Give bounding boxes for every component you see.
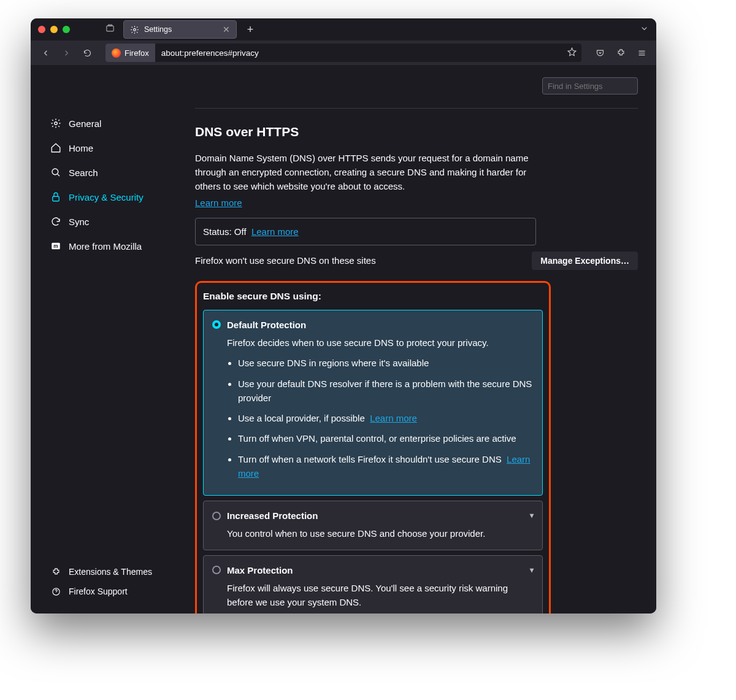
sidebar-item-label: Firefox Support — [69, 587, 128, 596]
lock-icon — [50, 191, 61, 202]
learn-more-link[interactable]: Learn more — [195, 198, 242, 208]
url-bar[interactable]: Firefox about:preferences#privacy — [105, 44, 581, 62]
radio-selected-icon — [212, 320, 221, 329]
mozilla-icon: m — [50, 240, 61, 252]
option-desc: Firefox will always use secure DNS. You'… — [227, 581, 534, 610]
sidebar-item-sync[interactable]: Sync — [50, 209, 190, 234]
svg-point-4 — [52, 169, 58, 175]
firefox-icon — [112, 48, 121, 58]
sidebar-item-label: Search — [69, 167, 98, 178]
svg-point-3 — [55, 122, 58, 125]
url-text: about:preferences#privacy — [155, 48, 265, 58]
option-bullets: Use secure DNS in regions where it's ava… — [238, 356, 534, 480]
window-controls — [38, 26, 70, 33]
settings-sidebar: General Home Search Privacy & Security S… — [31, 65, 190, 613]
status-learn-more-link[interactable]: Learn more — [251, 226, 299, 237]
reload-button[interactable] — [79, 44, 96, 61]
settings-main: DNS over HTTPS Domain Name System (DNS) … — [190, 65, 656, 613]
section-description: Domain Name System (DNS) over HTTPS send… — [195, 151, 539, 194]
identity-label: Firefox — [125, 48, 149, 58]
browser-window: Settings ✕ + Firefox about:preferences#p… — [31, 18, 656, 613]
option-title: Max Protection — [227, 563, 293, 577]
option-bullet: Turn off when VPN, parental control, or … — [238, 431, 534, 445]
gear-icon — [50, 118, 61, 129]
sidebar-item-label: General — [69, 118, 101, 129]
gear-icon — [130, 25, 139, 34]
sidebar-item-search[interactable]: Search — [50, 160, 190, 185]
browser-tab[interactable]: Settings ✕ — [123, 20, 237, 39]
sidebar-item-mozilla[interactable]: m More from Mozilla — [50, 234, 190, 258]
enable-dns-title: Enable secure DNS using: — [203, 289, 543, 304]
dns-option-max[interactable]: Max Protection ▾ Firefox will always use… — [203, 555, 543, 613]
manage-exceptions-button[interactable]: Manage Exceptions… — [532, 252, 638, 270]
option-bullet: Use a local provider, if possible Learn … — [238, 411, 534, 425]
radio-icon — [212, 566, 221, 574]
list-all-tabs-button[interactable] — [640, 24, 649, 36]
tab-title: Settings — [144, 25, 172, 34]
new-tab-button[interactable]: + — [242, 23, 259, 36]
sidebar-item-label: Privacy & Security — [69, 192, 144, 202]
enable-dns-panel: Enable secure DNS using: Default Protect… — [195, 281, 551, 613]
radio-icon — [212, 512, 221, 520]
sidebar-item-label: Home — [69, 143, 93, 153]
option-title: Increased Protection — [227, 509, 318, 523]
sidebar-item-privacy[interactable]: Privacy & Security — [50, 185, 190, 209]
chevron-down-icon: ▾ — [530, 564, 534, 576]
option-desc: You control when to use secure DNS and c… — [227, 526, 534, 540]
option-title: Default Protection — [227, 318, 306, 332]
svg-text:m: m — [53, 244, 58, 249]
minimize-window-button[interactable] — [50, 26, 58, 33]
home-icon — [50, 142, 61, 153]
dns-option-increased[interactable]: Increased Protection ▾ You control when … — [203, 501, 543, 550]
tab-overview-icon[interactable] — [105, 24, 115, 36]
extensions-button[interactable] — [612, 44, 629, 61]
close-tab-button[interactable]: ✕ — [223, 25, 230, 34]
option-bullet: Turn off when a network tells Firefox it… — [238, 452, 534, 481]
sidebar-item-general[interactable]: General — [50, 111, 190, 136]
dns-status-box: Status: Off Learn more — [195, 218, 536, 245]
svg-rect-1 — [108, 25, 112, 26]
sidebar-extensions-link[interactable]: Extensions & Themes — [50, 562, 190, 582]
dns-option-default[interactable]: Default Protection Firefox decides when … — [203, 310, 543, 496]
option-bullet: Use your default DNS resolver if there i… — [238, 377, 534, 406]
sidebar-support-link[interactable]: Firefox Support — [50, 582, 190, 601]
zoom-window-button[interactable] — [63, 26, 70, 33]
sidebar-item-label: Extensions & Themes — [69, 567, 152, 577]
close-window-button[interactable] — [38, 26, 45, 33]
option-desc: Firefox decides when to use secure DNS t… — [227, 336, 534, 350]
nav-toolbar: Firefox about:preferences#privacy — [31, 40, 656, 65]
svg-rect-0 — [107, 26, 113, 31]
svg-rect-5 — [53, 196, 59, 201]
pocket-button[interactable] — [591, 44, 608, 61]
back-button[interactable] — [37, 44, 54, 61]
forward-button[interactable] — [58, 44, 75, 61]
chevron-down-icon: ▾ — [530, 510, 534, 521]
learn-more-link[interactable]: Learn more — [370, 413, 417, 423]
identity-box[interactable]: Firefox — [105, 44, 155, 62]
puzzle-icon — [50, 566, 61, 577]
titlebar: Settings ✕ + — [31, 18, 656, 40]
sync-icon — [50, 216, 61, 227]
help-icon — [50, 586, 61, 597]
bookmark-star-button[interactable] — [562, 47, 581, 59]
divider — [195, 108, 638, 109]
option-bullet: Use secure DNS in regions where it's ava… — [238, 356, 534, 370]
sidebar-item-label: Sync — [69, 217, 89, 227]
status-label: Status: Off — [203, 226, 247, 237]
search-icon — [50, 167, 61, 178]
svg-point-2 — [134, 28, 136, 31]
settings-search-input[interactable] — [542, 77, 638, 94]
sidebar-item-home[interactable]: Home — [50, 136, 190, 160]
sidebar-item-label: More from Mozilla — [69, 241, 142, 252]
app-menu-button[interactable] — [633, 44, 650, 61]
exceptions-label: Firefox won't use secure DNS on these si… — [195, 253, 376, 267]
section-title: DNS over HTTPS — [195, 122, 638, 142]
